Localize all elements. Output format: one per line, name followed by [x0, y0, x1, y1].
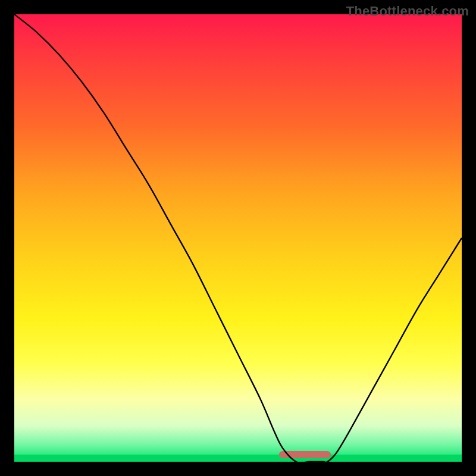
plot-area — [14, 14, 462, 462]
chart-frame: TheBottleneck.com — [0, 0, 476, 476]
watermark-text: TheBottleneck.com — [346, 4, 469, 19]
bottleneck-curve — [14, 14, 462, 462]
curve-path — [14, 14, 462, 462]
